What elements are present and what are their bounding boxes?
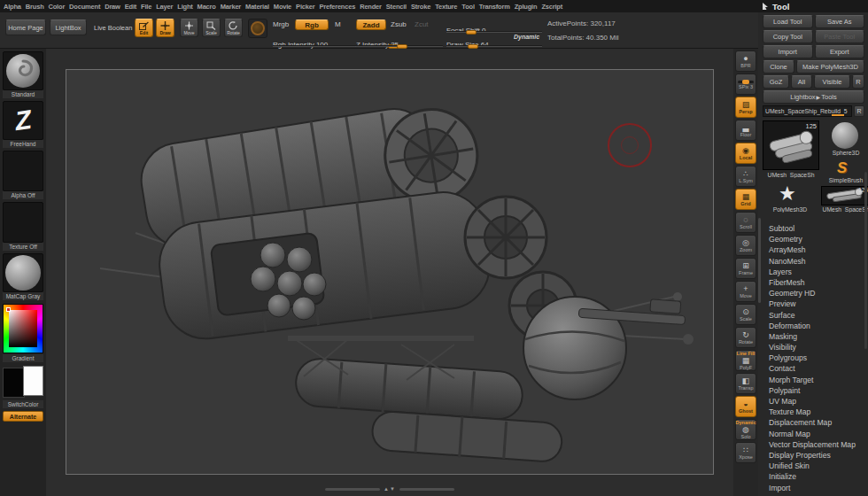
paste-tool-button[interactable]: Paste Tool xyxy=(815,30,865,43)
menu-item[interactable]: Picker xyxy=(296,3,314,11)
frame-button[interactable]: ⊞Frame xyxy=(735,258,756,279)
menu-item[interactable]: Transform xyxy=(479,3,510,11)
viewport[interactable]: ▲▼ xyxy=(46,49,733,496)
active-tool-thumbnail[interactable]: 125 xyxy=(763,120,819,170)
tool-section[interactable]: Contact xyxy=(763,363,864,374)
document-area[interactable] xyxy=(66,69,714,475)
menu-item[interactable]: Tool xyxy=(461,3,474,11)
z-intensity-handle[interactable] xyxy=(397,44,407,49)
tool-section[interactable]: FiberMesh xyxy=(763,277,864,288)
main-color-swatch[interactable] xyxy=(3,368,25,398)
tool-section[interactable]: Deformation xyxy=(763,321,864,331)
tool-section[interactable]: UV Map xyxy=(763,396,864,407)
scale-button[interactable]: Scale xyxy=(202,19,221,37)
switchcolor-button[interactable]: SwitchColor xyxy=(3,400,43,408)
menu-item[interactable]: Light xyxy=(177,3,192,11)
spix-button[interactable]: SPix 3 xyxy=(735,74,756,95)
rgb-button[interactable]: Rgb xyxy=(295,19,329,30)
persp-button[interactable]: ▨Persp xyxy=(735,97,756,118)
secondary-color-swatch[interactable] xyxy=(23,366,43,396)
current-stroke-thumbnail[interactable]: Z FreeHand xyxy=(3,101,43,148)
all-button[interactable]: All xyxy=(791,75,812,89)
tool-section[interactable]: Layers xyxy=(763,267,864,277)
menu-item[interactable]: Marker xyxy=(221,3,241,11)
menu-item[interactable]: Texture xyxy=(435,3,457,11)
tool-section[interactable]: Displacement Map xyxy=(763,417,864,428)
make-polymesh3d-button[interactable]: Make PolyMesh3D xyxy=(796,60,864,74)
current-material-thumbnail[interactable]: MatCap Gray xyxy=(3,253,43,300)
tray-down-icon[interactable]: ▼ xyxy=(390,486,396,492)
menu-item[interactable]: Movie xyxy=(274,3,291,11)
menu-item[interactable]: Zplugin xyxy=(515,3,538,11)
color-picker[interactable] xyxy=(3,304,43,353)
brush-stroke-preview[interactable] xyxy=(248,19,267,38)
tool-section[interactable]: Masking xyxy=(763,331,864,342)
scroll-button[interactable]: ◌Scroll xyxy=(735,212,756,233)
tool-section[interactable]: ArrayMesh xyxy=(763,244,864,255)
tool-section[interactable]: Preview xyxy=(763,298,864,309)
tool-section[interactable]: Normal Map xyxy=(763,429,864,439)
menu-item[interactable]: Edit xyxy=(125,3,136,11)
zoom-button[interactable]: ◎Zoom xyxy=(735,235,756,256)
gradient-label[interactable]: Gradient xyxy=(3,354,43,362)
tool-section[interactable]: Morph Target xyxy=(763,375,864,385)
menu-item[interactable]: Layer xyxy=(156,3,173,11)
floor-button[interactable]: ▃Floor xyxy=(735,120,756,141)
copy-tool-button[interactable]: Copy Tool xyxy=(763,30,813,43)
menu-item[interactable]: Color xyxy=(49,3,66,11)
polymesh3d-tool[interactable]: ★ xyxy=(779,184,796,204)
move-button[interactable]: Move xyxy=(180,19,198,37)
current-texture-thumbnail[interactable]: Texture Off xyxy=(3,202,43,251)
solo-button[interactable]: Dynamic◍Solo xyxy=(735,419,756,440)
tool-section[interactable]: Surface xyxy=(763,310,864,321)
simplebrush-tool[interactable]: S xyxy=(837,159,847,177)
ghost-button[interactable]: ◒Ghost xyxy=(735,396,756,417)
active-tool-name-field[interactable]: UMesh_SpaceShip_Rebuild_5 xyxy=(763,105,852,117)
import-button[interactable]: Import xyxy=(763,45,813,58)
panel-scrollbar[interactable] xyxy=(758,218,761,303)
current-alpha-thumbnail[interactable]: Alpha Off xyxy=(3,151,43,199)
tool-section[interactable]: Visibility xyxy=(763,342,864,353)
transp-button[interactable]: ◧Transp xyxy=(735,373,756,394)
goz-button[interactable]: GoZ xyxy=(763,75,789,89)
visible-button[interactable]: Visible xyxy=(814,75,850,89)
tool-section[interactable]: Geometry HD xyxy=(763,288,864,298)
scale-button[interactable]: ⊙Scale xyxy=(735,304,756,325)
menu-item[interactable]: Material xyxy=(245,3,269,11)
draw-size-handle[interactable] xyxy=(468,44,478,49)
polyf-button[interactable]: Line Fill▦PolyF xyxy=(735,350,756,371)
grid-button[interactable]: ▦Grid xyxy=(735,189,756,210)
tool-name-r-button[interactable]: R xyxy=(854,105,864,117)
menu-item[interactable]: Draw xyxy=(105,3,120,11)
tool-section[interactable]: Polypaint xyxy=(763,385,864,396)
menu-item[interactable]: Zscript xyxy=(541,3,562,11)
move-button[interactable]: +Move xyxy=(735,281,756,302)
tool-section[interactable]: NanoMesh xyxy=(763,256,864,267)
mrgb-button[interactable]: Mrgb xyxy=(273,20,289,28)
edit-button[interactable]: Edit xyxy=(135,19,153,37)
lightbox-button[interactable]: LightBox xyxy=(50,19,87,35)
r-button[interactable]: R xyxy=(852,75,864,89)
draw-button[interactable]: Draw xyxy=(156,19,174,37)
export-button[interactable]: Export xyxy=(815,45,865,58)
tool-section[interactable]: Import xyxy=(763,483,864,493)
dynamic-toggle[interactable]: Dynamic xyxy=(514,34,539,40)
local-button[interactable]: ◉Local xyxy=(735,143,756,164)
saturation-value-square[interactable] xyxy=(9,310,37,347)
zcut-button[interactable]: Zcut xyxy=(415,20,429,28)
tool-section[interactable]: Subtool xyxy=(763,223,864,234)
umesh-spaceship-tool[interactable]: 125 xyxy=(821,186,868,205)
menu-item[interactable]: Stroke xyxy=(411,3,430,11)
load-tool-button[interactable]: Load Tool xyxy=(763,15,813,28)
lightbox-tools-button[interactable]: Lightbox ▶ Tools xyxy=(763,90,864,104)
tool-section[interactable]: Display Properties xyxy=(763,450,864,461)
tool-section[interactable]: Vector Displacement Map xyxy=(763,439,864,450)
bpr-button[interactable]: ●BPR xyxy=(735,50,756,72)
save-as-button[interactable]: Save As xyxy=(815,15,865,28)
lsym-button[interactable]: ∴L.Sym xyxy=(735,166,756,187)
zsub-button[interactable]: Zsub xyxy=(391,20,407,28)
menu-item[interactable]: Stencil xyxy=(386,3,407,11)
m-button[interactable]: M xyxy=(335,20,341,28)
xpose-button[interactable]: ∷Xpose xyxy=(735,442,756,463)
panel-right-scrollbar[interactable] xyxy=(864,172,867,349)
